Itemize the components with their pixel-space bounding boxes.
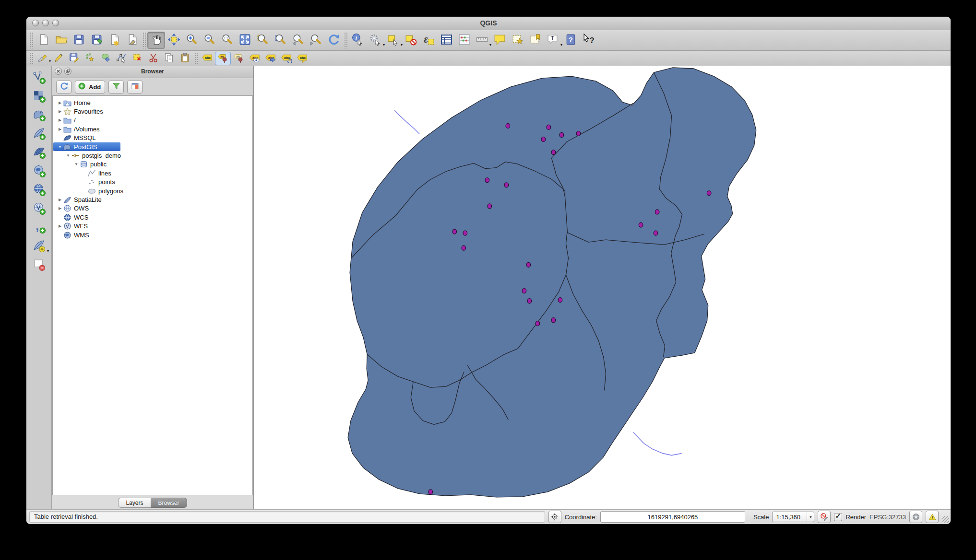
expander-closed-icon[interactable]: ▶ xyxy=(57,198,63,202)
point-feature[interactable] xyxy=(559,132,564,137)
toggle-editing-button[interactable] xyxy=(50,52,66,65)
add-spatialite-layer-button[interactable] xyxy=(29,126,48,143)
identify-features-button[interactable]: i xyxy=(349,32,367,49)
map-tips-button[interactable] xyxy=(491,32,509,49)
composer-manager-button[interactable] xyxy=(123,32,141,49)
highlight-pinned-labels-button[interactable]: ab xyxy=(231,52,247,65)
tree-item-postgis[interactable]: ▼PostGIS xyxy=(53,142,252,151)
point-feature[interactable] xyxy=(522,289,526,293)
new-print-composer-button[interactable]: ✱ xyxy=(106,32,123,49)
zoom-in-button[interactable] xyxy=(183,32,201,49)
text-annotation-button[interactable]: T▾ xyxy=(544,32,562,49)
zoom-out-button[interactable] xyxy=(201,32,218,49)
tree-item-public[interactable]: ▼public xyxy=(53,160,252,169)
coordinate-input[interactable] xyxy=(600,511,745,523)
remove-layer-button[interactable] xyxy=(29,257,48,274)
zoom-to-selection-button[interactable] xyxy=(254,32,272,49)
move-feature-button[interactable] xyxy=(98,52,114,65)
refresh-map-button[interactable] xyxy=(325,32,343,49)
polygon-feature[interactable] xyxy=(348,68,756,497)
paste-features-button[interactable] xyxy=(177,52,193,65)
point-feature[interactable] xyxy=(504,183,509,187)
extent-toggle-button[interactable] xyxy=(548,511,561,523)
move-label-button[interactable]: abc xyxy=(262,52,278,65)
pan-map-button[interactable] xyxy=(147,32,165,49)
zoom-to-layer-button[interactable] xyxy=(272,32,289,49)
point-feature[interactable] xyxy=(428,490,433,494)
tree-item-mssql[interactable]: MSSQL xyxy=(53,134,252,142)
tab-layers[interactable]: Layers xyxy=(118,498,150,508)
add-postgis-layer-button[interactable] xyxy=(29,107,48,124)
point-feature[interactable] xyxy=(506,123,510,128)
labeling-button[interactable]: abc xyxy=(199,52,215,65)
select-features-button[interactable]: ▾ xyxy=(384,32,402,49)
add-vector-layer-button[interactable] xyxy=(29,70,48,87)
add-wms-layer-button[interactable] xyxy=(29,163,48,180)
float-panel-button[interactable] xyxy=(64,68,71,75)
zoom-full-button[interactable] xyxy=(236,32,254,49)
tree-item-wcs[interactable]: WCS xyxy=(53,213,252,222)
add-wcs-layer-button[interactable] xyxy=(29,182,48,199)
zoom-next-button[interactable] xyxy=(307,32,325,49)
save-project-as-button[interactable] xyxy=(88,32,106,49)
expander-open-icon[interactable]: ▼ xyxy=(57,145,63,149)
toolbar-handle[interactable] xyxy=(30,32,33,48)
stop-rendering-button[interactable] xyxy=(818,511,831,523)
tree-item-spatialite[interactable]: ▶SpatiaLite xyxy=(53,195,252,204)
expander-closed-icon[interactable]: ▶ xyxy=(57,109,63,114)
delete-selected-button[interactable] xyxy=(130,52,145,65)
expander-open-icon[interactable]: ▼ xyxy=(73,162,80,166)
open-attribute-table-button[interactable] xyxy=(438,32,455,49)
node-tool-button[interactable] xyxy=(114,52,130,65)
point-feature[interactable] xyxy=(576,131,581,136)
point-feature[interactable] xyxy=(551,150,556,155)
tree-item-[interactable]: ▶/ xyxy=(53,116,252,125)
point-feature[interactable] xyxy=(639,222,643,227)
zoom-last-button[interactable] xyxy=(289,32,307,49)
show-hide-labels-button[interactable]: abc xyxy=(247,52,262,65)
new-spatialite-layer-button[interactable]: ▾ xyxy=(29,238,48,255)
expander-closed-icon[interactable]: ▶ xyxy=(57,101,63,105)
render-checkbox[interactable] xyxy=(834,513,842,521)
scale-combobox[interactable]: 1:15,360 ▼ xyxy=(772,512,814,522)
log-messages-button[interactable] xyxy=(926,511,939,523)
current-edits-button[interactable]: ▾ xyxy=(35,52,50,65)
toolbar-handle[interactable] xyxy=(143,32,146,48)
point-feature[interactable] xyxy=(488,204,492,209)
rotate-label-button[interactable]: abc xyxy=(278,52,294,65)
expander-closed-icon[interactable]: ▶ xyxy=(57,206,63,210)
line-feature[interactable] xyxy=(394,110,419,134)
new-bookmark-button[interactable] xyxy=(509,32,526,49)
tree-item-home[interactable]: ▶Home xyxy=(53,98,252,107)
properties-widget-button[interactable] xyxy=(127,81,143,93)
copy-features-button[interactable] xyxy=(161,52,177,65)
pin-labels-button[interactable]: ab xyxy=(215,52,231,65)
add-delimited-text-layer-button[interactable]: , xyxy=(29,219,48,236)
add-feature-button[interactable] xyxy=(82,52,98,65)
expander-closed-icon[interactable]: ▶ xyxy=(57,127,63,131)
point-feature[interactable] xyxy=(526,262,531,267)
add-mssql-layer-button[interactable] xyxy=(29,144,48,162)
tree-item-postgis-demo[interactable]: ▼postgis_demo xyxy=(53,151,252,160)
add-raster-layer-button[interactable] xyxy=(29,88,48,105)
expander-closed-icon[interactable]: ▶ xyxy=(57,118,63,122)
point-feature[interactable] xyxy=(541,137,546,141)
point-feature[interactable] xyxy=(558,298,562,303)
toolbar-handle[interactable] xyxy=(194,53,198,64)
save-project-button[interactable] xyxy=(70,32,88,49)
point-feature[interactable] xyxy=(536,321,540,326)
map-svg[interactable] xyxy=(254,66,951,510)
run-feature-action-button[interactable]: ▾ xyxy=(367,32,384,49)
tree-item-points[interactable]: points xyxy=(53,178,252,187)
dropdown-arrow-icon[interactable]: ▾ xyxy=(47,249,49,253)
tree-item-volumes[interactable]: ▶/Volumes xyxy=(53,125,252,133)
new-project-button[interactable] xyxy=(35,32,52,49)
line-feature[interactable] xyxy=(633,432,682,455)
change-label-button[interactable]: abc xyxy=(294,52,310,65)
show-bookmarks-button[interactable] xyxy=(526,32,544,49)
refresh-browser-button[interactable] xyxy=(56,81,71,93)
expander-closed-icon[interactable]: ▶ xyxy=(57,224,63,228)
tree-item-ows[interactable]: ▶OWS xyxy=(53,204,252,213)
toolbar-handle[interactable] xyxy=(344,32,347,48)
point-feature[interactable] xyxy=(655,210,659,214)
